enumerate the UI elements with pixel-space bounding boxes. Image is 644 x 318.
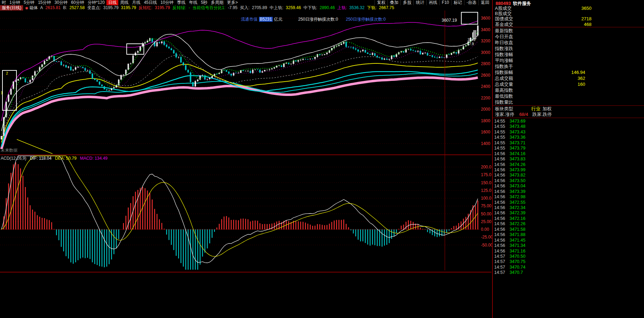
period-季线[interactable]: 季线 [175, 0, 187, 5]
index-row: 总成交额362 [493, 75, 644, 81]
indicator-value-token: 下轨: [367, 5, 376, 11]
sector-type-row[interactable]: 板块类型 行业 加权 [493, 106, 644, 112]
quote-value: 160 [513, 81, 644, 87]
indicator-value-token: 3195.79 [121, 5, 136, 11]
sector-label: 板块类型 [493, 106, 513, 112]
period-60分钟[interactable]: 60分钟 [69, 0, 86, 5]
indicator-value-token: -7.95 [228, 5, 237, 11]
tick-price: 3473.71 [510, 140, 525, 146]
index-row: 指数振幅146.94 [493, 69, 644, 75]
indicator-infobar: 服务(日线) ◉ 箱体 A2615.81B:2527.58变盘点:3195.79… [0, 5, 491, 11]
annotation-box-2[interactable] [126, 43, 144, 55]
tick-time: 14:55 [493, 130, 510, 135]
tick-time: 14:56 [493, 200, 510, 205]
quote-value: 362 [513, 75, 644, 81]
tool-叠加[interactable]: 叠加 [387, 0, 400, 5]
tick-price: 3472.34 [510, 205, 525, 210]
annotation-box-3[interactable] [461, 12, 478, 25]
tick-time: 14:56 [493, 238, 510, 243]
period-分钟*120[interactable]: 分钟*120 [86, 0, 106, 5]
quote-value [513, 87, 644, 93]
period-日线[interactable]: 日线 [106, 0, 118, 5]
index-row: 总成交量160 [493, 81, 644, 87]
tick-row: 14:563472.26 [493, 221, 644, 227]
quote-value [513, 51, 644, 57]
tool-多股[interactable]: 多股 [400, 0, 413, 5]
quote-label: 最新指数 [495, 28, 513, 34]
macd-header-token: DIF: 118.04 [30, 156, 51, 161]
period-15分钟[interactable]: 15分钟 [36, 0, 52, 5]
tool-F10[interactable]: F10 [439, 0, 451, 5]
tool-标记[interactable]: 标记 [451, 0, 464, 5]
tool--自选[interactable]: -自选 [464, 0, 478, 5]
period-10分钟[interactable]: 10分钟 [159, 0, 175, 5]
price-chart-pane[interactable]: 3600340032003000280026002400220020001800… [0, 11, 491, 154]
annotation-label-1: 1 [1, 90, 3, 95]
tick-price: 3473.69 [510, 119, 525, 124]
period-更多>[interactable]: 更多> [225, 0, 240, 5]
tick-price: 3473.39 [510, 189, 525, 194]
price-tag-2: 7.9 [469, 42, 474, 47]
tick-time: 14:56 [493, 184, 510, 189]
period-30分钟[interactable]: 30分钟 [53, 0, 69, 5]
quote-label: 基金成交 [495, 22, 513, 27]
indicator-value-token: 变盘点: [87, 5, 101, 11]
indicator-values: A2615.81B:2527.58变盘点:3195.793195.79反转红:3… [38, 5, 394, 11]
tool-画线[interactable]: 画线 [426, 0, 439, 5]
macd-header-token: ACD(12,26,9) [1, 156, 26, 161]
indicator-value-token: B: [63, 5, 67, 11]
stock-name: 软件服务 [513, 1, 531, 6]
period-1分钟[interactable]: 1分钟 [8, 0, 22, 5]
price-axis-tick: 2000 [481, 107, 490, 112]
quote-value [513, 99, 644, 105]
quote-label: 指数量比 [495, 99, 513, 105]
macd-axis-tick: -50.00 [481, 243, 493, 248]
period-月线[interactable]: 月线 [130, 0, 142, 5]
chart-tab[interactable]: 服务(日线) [0, 5, 23, 11]
tick-row: 14:553473.36 [493, 135, 644, 140]
period-多周期[interactable]: 多周期 [209, 0, 225, 5]
period-年线[interactable]: 年线 [187, 0, 199, 5]
tick-row: 14:553473.79 [493, 146, 644, 151]
tick-row: 14:563473.50 [493, 178, 644, 184]
float-cap-label: 流通市值 [241, 17, 258, 22]
tick-price: 3472.39 [510, 210, 525, 216]
macd-axis-tick: 25.00 [481, 220, 491, 224]
macd-axis-tick: 150.0 [481, 181, 491, 185]
tick-price: 3473.79 [510, 146, 525, 151]
annotation-box-1[interactable] [2, 70, 17, 111]
tick-price: 3473.04 [510, 184, 525, 189]
tick-row: 14:573470.74 [493, 265, 644, 270]
indicator-value-token: 3536.32 [349, 5, 364, 11]
tool-复权[interactable]: 复权 [374, 0, 387, 5]
tick-price: 3470.7 [510, 270, 523, 275]
tick-time: 14:56 [493, 216, 510, 221]
period-5分钟[interactable]: 5分钟 [22, 0, 36, 5]
quote-label: A股成交 [495, 6, 512, 11]
period-周线[interactable]: 周线 [118, 0, 130, 5]
indicator-value-token: 2667.75 [379, 5, 394, 11]
quote-value: 146.94 [513, 69, 644, 75]
macd-pane[interactable]: ACD(12,26,9)DIF: 118.04DEA: 50.79MACD: 1… [0, 154, 491, 272]
tick-time: 14:56 [493, 205, 510, 210]
tick-price: 3473.82 [510, 173, 525, 178]
period-45日线[interactable]: 45日线 [142, 0, 159, 5]
tick-row: 14:553473.71 [493, 140, 644, 146]
indicator-value-token: 中上轨: [270, 5, 283, 11]
tick-row: 14:573470.50 [493, 254, 644, 259]
tool-返回[interactable]: 返回 [478, 0, 491, 5]
period-时[interactable]: 时 [0, 0, 8, 5]
tick-price: 3473.36 [510, 135, 525, 140]
period-5秒[interactable]: 5秒 [199, 0, 209, 5]
volume-row: 国债成交2718 [493, 16, 644, 21]
index-row: 昨日收盘 [493, 40, 644, 46]
tick-row: 14:563472.55 [493, 200, 644, 205]
macd-axis-tick: 175.0 [481, 173, 491, 177]
tick-time: 14:56 [493, 157, 510, 162]
tick-row: 14:573470.75 [493, 259, 644, 264]
tick-price: 3473.99 [510, 167, 525, 173]
tick-list[interactable]: 14:553473.6914:553473.4814:553473.4314:5… [493, 119, 644, 276]
tool-统计[interactable]: 统计 [413, 0, 426, 5]
indicator-value-token: 反转绿: [173, 5, 186, 11]
indicator-value-token: 2705.89 [252, 5, 267, 11]
